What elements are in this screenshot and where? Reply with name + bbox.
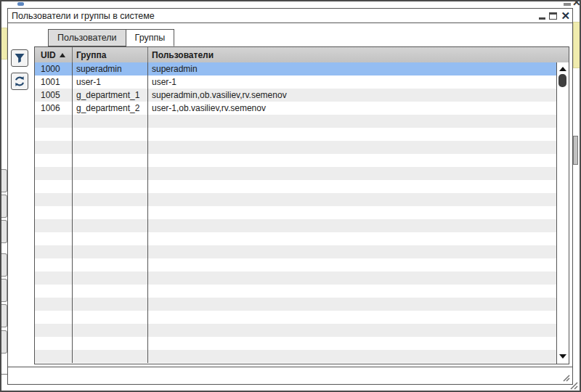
table-cell[interactable] <box>148 128 556 141</box>
tab-users[interactable]: Пользователи <box>48 29 126 46</box>
table-cell[interactable]: 1005 <box>35 89 73 102</box>
table-cell[interactable] <box>35 180 73 193</box>
table-row[interactable] <box>35 167 556 180</box>
table-cell[interactable] <box>73 232 148 245</box>
table-cell[interactable] <box>73 298 148 311</box>
table-cell[interactable] <box>148 350 556 363</box>
table-cell[interactable]: g_department_2 <box>73 102 148 115</box>
table-row[interactable]: 1001user-1user-1 <box>35 75 556 89</box>
table-cell[interactable]: user-1 <box>73 75 148 89</box>
table-row[interactable] <box>35 141 556 154</box>
table-cell[interactable] <box>35 245 73 258</box>
table-row[interactable] <box>35 298 556 311</box>
table-cell[interactable] <box>148 324 556 337</box>
table-cell[interactable] <box>148 206 556 219</box>
table-cell[interactable]: g_department_1 <box>73 89 148 102</box>
table-cell[interactable] <box>148 258 556 271</box>
table-cell[interactable] <box>73 245 148 258</box>
table-cell[interactable] <box>73 180 148 193</box>
table-cell[interactable] <box>148 245 556 258</box>
minimize-button[interactable] <box>539 12 545 20</box>
table-cell[interactable] <box>148 180 556 193</box>
table-cell[interactable]: user-1 <box>148 75 556 89</box>
table-row[interactable] <box>35 193 556 206</box>
table-cell[interactable] <box>148 232 556 245</box>
table-row[interactable] <box>35 258 556 271</box>
table-cell[interactable]: 1006 <box>35 102 73 115</box>
table-row[interactable]: 1006g_department_2user-1,ob.vasiliev,rv.… <box>35 102 556 115</box>
table-cell[interactable] <box>35 219 73 232</box>
window-resize-grip-icon[interactable] <box>567 380 578 390</box>
table-row[interactable]: 1005g_department_1superadmin,ob.vasiliev… <box>35 89 556 102</box>
table-cell[interactable] <box>73 115 148 128</box>
table-cell[interactable] <box>148 141 556 154</box>
table-cell[interactable] <box>35 206 73 219</box>
table-cell[interactable] <box>35 298 73 311</box>
table-row[interactable] <box>35 206 556 219</box>
table-cell[interactable] <box>35 128 73 141</box>
table-row[interactable] <box>35 245 556 258</box>
table-cell[interactable] <box>35 350 73 363</box>
table-cell[interactable]: 1000 <box>35 62 73 75</box>
column-header-uid[interactable]: UID <box>35 47 73 62</box>
table-cell[interactable] <box>148 311 556 324</box>
dialog-titlebar[interactable]: Пользователи и группы в системе ✕ <box>8 9 572 23</box>
table-cell[interactable] <box>73 350 148 363</box>
table-cell[interactable]: superadmin <box>73 62 148 75</box>
table-cell[interactable]: user-1,ob.vasiliev,rv.semenov <box>148 102 556 115</box>
table-row[interactable] <box>35 232 556 245</box>
table-cell[interactable] <box>148 298 556 311</box>
table-row[interactable] <box>35 219 556 232</box>
table-row[interactable] <box>35 311 556 324</box>
table-cell[interactable] <box>35 271 73 285</box>
table-cell[interactable] <box>73 285 148 298</box>
table-cell[interactable] <box>148 271 556 285</box>
table-cell[interactable] <box>35 115 73 128</box>
table-row[interactable] <box>35 128 556 141</box>
table-cell[interactable]: 1001 <box>35 75 73 89</box>
close-button[interactable]: ✕ <box>561 10 570 21</box>
table-cell[interactable] <box>73 311 148 324</box>
table-cell[interactable] <box>35 311 73 324</box>
column-header-group[interactable]: Группа <box>73 47 148 62</box>
table-cell[interactable] <box>73 219 148 232</box>
table-cell[interactable] <box>73 141 148 154</box>
table-cell[interactable] <box>73 206 148 219</box>
table-cell[interactable]: superadmin,ob.vasiliev,rv.semenov <box>148 89 556 102</box>
table-row[interactable] <box>35 337 556 350</box>
scrollbar-thumb[interactable] <box>558 74 566 87</box>
table-cell[interactable] <box>35 337 73 350</box>
table-cell[interactable] <box>148 193 556 206</box>
filter-button[interactable] <box>11 49 28 67</box>
table-row[interactable]: 1000superadminsuperadmin <box>35 62 556 75</box>
table-cell[interactable] <box>73 167 148 180</box>
table-cell[interactable] <box>35 324 73 337</box>
table-cell[interactable] <box>148 219 556 232</box>
table-cell[interactable] <box>35 193 73 206</box>
table-cell[interactable] <box>148 167 556 180</box>
table-row[interactable] <box>35 154 556 167</box>
table-cell[interactable] <box>73 271 148 285</box>
table-cell[interactable]: superadmin <box>148 62 556 75</box>
table-row[interactable] <box>35 271 556 285</box>
refresh-button[interactable] <box>11 73 28 90</box>
column-header-users[interactable]: Пользователи <box>148 47 569 62</box>
table-cell[interactable] <box>35 141 73 154</box>
table-scrollbar[interactable] <box>556 62 569 364</box>
table-row[interactable] <box>35 115 556 128</box>
table-cell[interactable] <box>73 154 148 167</box>
table-row[interactable] <box>35 324 556 337</box>
table-cell[interactable] <box>73 193 148 206</box>
table-cell[interactable] <box>35 167 73 180</box>
table-cell[interactable] <box>73 258 148 271</box>
scroll-down-button[interactable] <box>557 352 569 361</box>
scroll-up-button[interactable] <box>557 65 569 73</box>
table-row[interactable] <box>35 350 556 363</box>
table-row[interactable] <box>35 285 556 298</box>
table-cell[interactable] <box>35 232 73 245</box>
tab-groups[interactable]: Группы <box>126 29 175 46</box>
table-cell[interactable] <box>148 285 556 298</box>
table-cell[interactable] <box>35 285 73 298</box>
table-cell[interactable] <box>73 128 148 141</box>
table-cell[interactable] <box>148 115 556 128</box>
